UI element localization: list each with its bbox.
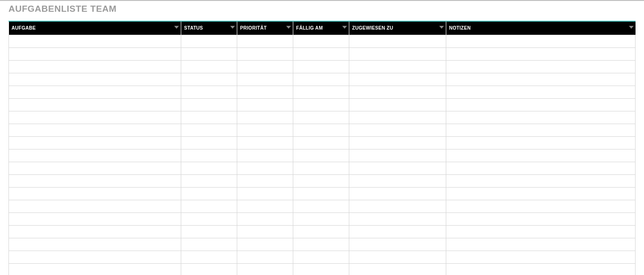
table-cell-zugewiesen_zu[interactable] [349, 111, 446, 124]
table-cell-notizen[interactable] [446, 73, 636, 86]
table-cell-faellig_am[interactable] [293, 47, 349, 60]
table-cell-status[interactable] [181, 187, 237, 200]
table-cell-zugewiesen_zu[interactable] [349, 238, 446, 251]
table-cell-notizen[interactable] [446, 238, 636, 251]
table-cell-faellig_am[interactable] [293, 225, 349, 238]
table-cell-status[interactable] [181, 174, 237, 187]
table-cell-prioritaet[interactable] [237, 35, 293, 47]
table-cell-zugewiesen_zu[interactable] [349, 162, 446, 174]
table-cell-aufgabe[interactable] [9, 174, 181, 187]
table-cell-prioritaet[interactable] [237, 238, 293, 251]
column-header-prioritaet[interactable]: PRIORITÄT [237, 22, 293, 35]
table-cell-notizen[interactable] [446, 124, 636, 136]
table-cell-aufgabe[interactable] [9, 60, 181, 73]
table-cell-aufgabe[interactable] [9, 200, 181, 212]
table-cell-notizen[interactable] [446, 200, 636, 212]
table-cell-faellig_am[interactable] [293, 111, 349, 124]
table-cell-aufgabe[interactable] [9, 225, 181, 238]
table-cell-status[interactable] [181, 35, 237, 47]
table-cell-prioritaet[interactable] [237, 60, 293, 73]
table-cell-prioritaet[interactable] [237, 174, 293, 187]
table-cell-notizen[interactable] [446, 263, 636, 275]
column-header-zugewiesen-zu[interactable]: ZUGEWIESEN ZU [349, 22, 446, 35]
table-cell-notizen[interactable] [446, 149, 636, 162]
table-cell-faellig_am[interactable] [293, 238, 349, 251]
table-cell-notizen[interactable] [446, 60, 636, 73]
column-header-aufgabe[interactable]: AUFGABE [9, 22, 181, 35]
table-cell-prioritaet[interactable] [237, 98, 293, 111]
table-cell-aufgabe[interactable] [9, 149, 181, 162]
filter-dropdown-icon[interactable] [439, 26, 444, 31]
table-cell-zugewiesen_zu[interactable] [349, 73, 446, 86]
table-cell-prioritaet[interactable] [237, 251, 293, 263]
table-cell-zugewiesen_zu[interactable] [349, 35, 446, 47]
table-cell-notizen[interactable] [446, 162, 636, 174]
table-cell-prioritaet[interactable] [237, 86, 293, 98]
table-cell-prioritaet[interactable] [237, 136, 293, 149]
table-cell-aufgabe[interactable] [9, 86, 181, 98]
table-cell-status[interactable] [181, 136, 237, 149]
table-cell-prioritaet[interactable] [237, 47, 293, 60]
table-cell-prioritaet[interactable] [237, 263, 293, 275]
table-cell-prioritaet[interactable] [237, 162, 293, 174]
table-cell-faellig_am[interactable] [293, 73, 349, 86]
table-cell-aufgabe[interactable] [9, 263, 181, 275]
table-cell-zugewiesen_zu[interactable] [349, 47, 446, 60]
table-cell-aufgabe[interactable] [9, 212, 181, 225]
table-cell-prioritaet[interactable] [237, 212, 293, 225]
table-cell-zugewiesen_zu[interactable] [349, 98, 446, 111]
table-cell-faellig_am[interactable] [293, 263, 349, 275]
table-cell-prioritaet[interactable] [237, 73, 293, 86]
table-cell-zugewiesen_zu[interactable] [349, 251, 446, 263]
table-cell-zugewiesen_zu[interactable] [349, 225, 446, 238]
table-cell-aufgabe[interactable] [9, 47, 181, 60]
table-cell-notizen[interactable] [446, 187, 636, 200]
table-cell-notizen[interactable] [446, 212, 636, 225]
table-cell-status[interactable] [181, 149, 237, 162]
table-cell-prioritaet[interactable] [237, 187, 293, 200]
table-cell-notizen[interactable] [446, 111, 636, 124]
filter-dropdown-icon[interactable] [286, 26, 291, 31]
table-cell-aufgabe[interactable] [9, 73, 181, 86]
table-cell-notizen[interactable] [446, 174, 636, 187]
table-cell-status[interactable] [181, 225, 237, 238]
table-cell-prioritaet[interactable] [237, 111, 293, 124]
filter-dropdown-icon[interactable] [342, 26, 347, 31]
table-cell-zugewiesen_zu[interactable] [349, 60, 446, 73]
table-cell-status[interactable] [181, 263, 237, 275]
column-header-faellig-am[interactable]: FÄLLIG AM [293, 22, 349, 35]
table-cell-status[interactable] [181, 98, 237, 111]
table-cell-status[interactable] [181, 200, 237, 212]
table-cell-notizen[interactable] [446, 35, 636, 47]
table-cell-status[interactable] [181, 73, 237, 86]
table-cell-prioritaet[interactable] [237, 225, 293, 238]
filter-dropdown-icon[interactable] [230, 26, 235, 31]
table-cell-aufgabe[interactable] [9, 136, 181, 149]
table-cell-aufgabe[interactable] [9, 111, 181, 124]
table-cell-faellig_am[interactable] [293, 162, 349, 174]
table-cell-notizen[interactable] [446, 251, 636, 263]
table-cell-status[interactable] [181, 60, 237, 73]
table-cell-aufgabe[interactable] [9, 187, 181, 200]
table-cell-prioritaet[interactable] [237, 200, 293, 212]
filter-dropdown-icon[interactable] [629, 26, 634, 31]
table-cell-faellig_am[interactable] [293, 187, 349, 200]
table-cell-notizen[interactable] [446, 136, 636, 149]
table-cell-faellig_am[interactable] [293, 149, 349, 162]
table-cell-faellig_am[interactable] [293, 98, 349, 111]
table-cell-prioritaet[interactable] [237, 124, 293, 136]
table-cell-status[interactable] [181, 238, 237, 251]
table-cell-faellig_am[interactable] [293, 136, 349, 149]
table-cell-faellig_am[interactable] [293, 251, 349, 263]
table-cell-faellig_am[interactable] [293, 124, 349, 136]
table-cell-faellig_am[interactable] [293, 200, 349, 212]
table-cell-zugewiesen_zu[interactable] [349, 212, 446, 225]
table-cell-faellig_am[interactable] [293, 212, 349, 225]
table-cell-aufgabe[interactable] [9, 162, 181, 174]
table-cell-faellig_am[interactable] [293, 35, 349, 47]
table-cell-status[interactable] [181, 111, 237, 124]
table-cell-status[interactable] [181, 124, 237, 136]
table-cell-status[interactable] [181, 212, 237, 225]
column-header-status[interactable]: STATUS [181, 22, 237, 35]
table-cell-faellig_am[interactable] [293, 86, 349, 98]
